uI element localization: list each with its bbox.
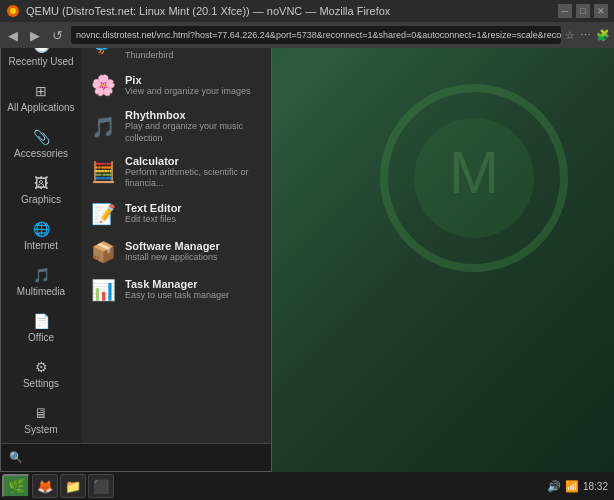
close-button[interactable]: ✕ [594,4,608,18]
list-item[interactable]: 🧮 Calculator Perform arithmetic, scienti… [81,150,271,195]
address-bar[interactable]: novnc.distrotest.net/vnc.html?host=77.64… [71,26,561,44]
taskbar-app-firefox[interactable]: 🦊 [32,474,58,498]
menu-search-bar: 🔍 [1,443,271,471]
thunderbird-app-text: Thunderbird Mail Send and receive mail w… [125,48,263,61]
multimedia-icon: 🎵 [33,267,50,283]
sidebar-item-system[interactable]: 🖥 System [1,397,81,443]
recently-used-label: Recently Used [8,56,73,67]
svg-text:M: M [449,139,499,206]
sidebar-item-office[interactable]: 📄 Office [1,305,81,351]
all-apps-icon: ⊞ [35,83,47,99]
pix-app-name: Pix [125,74,250,86]
maximize-button[interactable]: □ [576,4,590,18]
volume-icon: 🔊 [547,480,561,493]
multimedia-label: Multimedia [17,286,65,297]
thunderbird-app-icon: 🐦 [89,48,117,58]
sidebar-item-multimedia[interactable]: 🎵 Multimedia [1,259,81,305]
calculator-app-icon: 🧮 [89,158,117,186]
sidebar-item-all-apps[interactable]: ⊞ All Applications [1,75,81,121]
system-label: System [24,424,57,435]
sidebar-item-accessories[interactable]: 📎 Accessories [1,121,81,167]
pix-app-icon: 🌸 [89,71,117,99]
navigation-bar: ◀ ▶ ↺ novnc.distrotest.net/vnc.html?host… [0,22,614,48]
window-title: QEMU (DistroTest.net: Linux Mint (20.1 X… [26,5,552,17]
nav-icons: ☆ ⋯ 🧩 [565,29,610,42]
office-label: Office [28,332,54,343]
software-manager-app-desc: Install new applications [125,252,220,264]
taskbar-right: 🔊 📶 18:32 [547,480,612,493]
pix-app-text: Pix View and organize your images [125,74,250,98]
task-manager-app-icon: 📊 [89,276,117,304]
menu-sidebar: ⭐ Favorites 🕐 Recently Used ⊞ All Applic… [1,48,81,443]
list-item[interactable]: 🐦 Thunderbird Mail Send and receive mail… [81,48,271,66]
settings-label: Settings [23,378,59,389]
calculator-app-desc: Perform arithmetic, scientific or financ… [125,167,263,190]
list-item[interactable]: 🌸 Pix View and organize your images [81,66,271,104]
system-icon: 🖥 [34,405,48,421]
app-menu-body: ⭐ Favorites 🕐 Recently Used ⊞ All Applic… [1,48,271,443]
list-item[interactable]: 🎵 Rhythmbox Play and organize your music… [81,104,271,149]
menu-dots-icon[interactable]: ⋯ [580,29,591,42]
window-controls: ─ □ ✕ [558,4,608,18]
address-text: novnc.distrotest.net/vnc.html?host=77.64… [76,30,561,40]
list-item[interactable]: 📝 Text Editor Edit text files [81,195,271,233]
taskbar: 🌿 🦊 📁 ⬛ 🔊 📶 18:32 [0,472,614,500]
accessories-icon: 📎 [33,129,50,145]
clock: 18:32 [583,481,608,492]
settings-icon: ⚙ [35,359,48,375]
sidebar-item-graphics[interactable]: 🖼 Graphics [1,167,81,213]
browser-chrome: QEMU (DistroTest.net: Linux Mint (20.1 X… [0,0,614,48]
svg-point-1 [10,8,16,14]
list-item[interactable]: 📊 Task Manager Easy to use task manager [81,271,271,309]
minimize-button[interactable]: ─ [558,4,572,18]
recently-used-icon: 🕐 [33,48,50,53]
bookmark-icon[interactable]: ☆ [565,29,575,42]
rhythmbox-app-icon: 🎵 [89,113,117,141]
internet-icon: 🌐 [33,221,50,237]
rhythmbox-app-desc: Play and organize your music collection [125,121,263,144]
start-icon: 🌿 [8,478,25,494]
pix-app-desc: View and organize your images [125,86,250,98]
start-button[interactable]: 🌿 [2,474,30,498]
back-button[interactable]: ◀ [4,26,22,45]
text-editor-app-desc: Edit text files [125,214,182,226]
internet-label: Internet [24,240,58,251]
graphics-icon: 🖼 [34,175,48,191]
extensions-icon[interactable]: 🧩 [596,29,610,42]
forward-button[interactable]: ▶ [26,26,44,45]
sidebar-item-recently-used[interactable]: 🕐 Recently Used [1,48,81,75]
title-bar: QEMU (DistroTest.net: Linux Mint (20.1 X… [0,0,614,22]
taskbar-app-terminal[interactable]: ⬛ [88,474,114,498]
sidebar-item-settings[interactable]: ⚙ Settings [1,351,81,397]
graphics-label: Graphics [21,194,61,205]
office-icon: 📄 [33,313,50,329]
taskbar-apps: 🦊 📁 ⬛ [32,474,545,498]
software-manager-app-name: Software Manager [125,240,220,252]
software-manager-app-icon: 📦 [89,238,117,266]
reload-button[interactable]: ↺ [48,26,67,45]
taskbar-app-files[interactable]: 📁 [60,474,86,498]
accessories-label: Accessories [14,148,68,159]
task-manager-app-desc: Easy to use task manager [125,290,229,302]
software-manager-app-text: Software Manager Install new application… [125,240,220,264]
all-apps-label: All Applications [7,102,74,113]
calculator-app-text: Calculator Perform arithmetic, scientifi… [125,155,263,190]
mint-logo: M [374,78,574,278]
task-manager-app-name: Task Manager [125,278,229,290]
task-manager-app-text: Task Manager Easy to use task manager [125,278,229,302]
sidebar-item-internet[interactable]: 🌐 Internet [1,213,81,259]
text-editor-app-text: Text Editor Edit text files [125,202,182,226]
text-editor-app-icon: 📝 [89,200,117,228]
text-editor-app-name: Text Editor [125,202,182,214]
rhythmbox-app-text: Rhythmbox Play and organize your music c… [125,109,263,144]
app-list: 🦊 Firefox Web Browser Browse the World W… [81,48,271,443]
network-icon: 📶 [565,480,579,493]
desktop: M Home Mint Install Linux Mint 👤 [0,48,614,500]
list-item[interactable]: 📦 Software Manager Install new applicati… [81,233,271,271]
thunderbird-app-desc: Send and receive mail with Thunderbird [125,48,263,61]
search-icon: 🔍 [9,451,23,464]
rhythmbox-app-name: Rhythmbox [125,109,263,121]
calculator-app-name: Calculator [125,155,263,167]
search-input[interactable] [29,452,263,464]
firefox-icon [6,4,20,18]
